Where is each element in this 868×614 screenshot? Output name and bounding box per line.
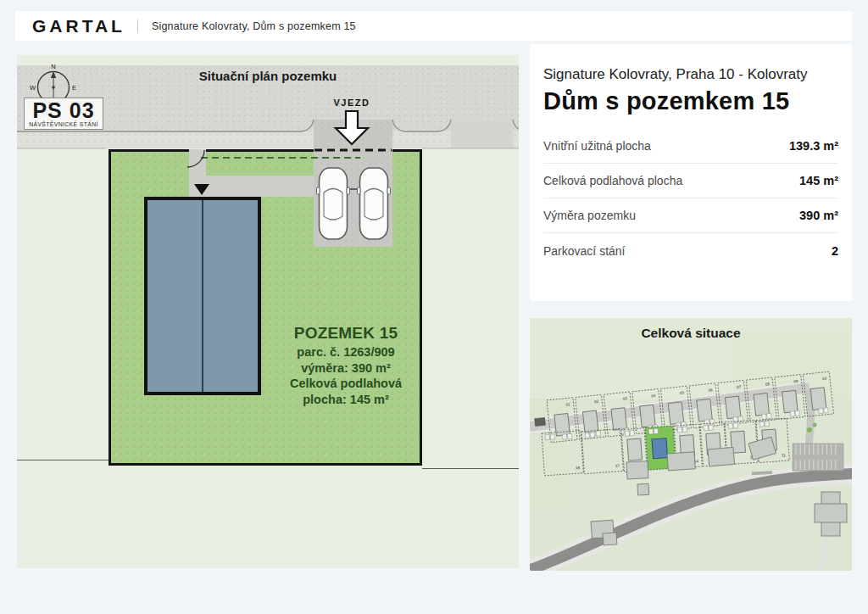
spec-list: Vnitřní užitná plocha139.3 m²Celková pod… bbox=[543, 129, 838, 268]
spec-row: Celková podlahová plocha145 m² bbox=[543, 164, 838, 198]
svg-text:07: 07 bbox=[737, 385, 742, 390]
svg-text:05: 05 bbox=[680, 391, 685, 396]
situation-title: Celková situace bbox=[530, 326, 852, 341]
svg-text:11: 11 bbox=[782, 453, 787, 457]
spec-value: 2 bbox=[832, 244, 838, 258]
site-plan-title: Situační plán pozemku bbox=[17, 69, 519, 83]
parking-pad bbox=[314, 120, 392, 247]
svg-text:04: 04 bbox=[651, 394, 656, 399]
boundary-line-right bbox=[422, 468, 519, 469]
svg-text:02: 02 bbox=[594, 399, 599, 405]
visitor-parking-label: NÁVŠTĚVNICKÉ STÁNÍ bbox=[25, 121, 103, 127]
svg-text:08: 08 bbox=[765, 382, 770, 387]
visitor-parking-code: PS 03 bbox=[25, 99, 103, 121]
spec-label: Parkovací stání bbox=[543, 244, 626, 258]
property-details-card: Signature Kolovraty, Praha 10 - Kolovrat… bbox=[530, 44, 852, 301]
street-sidewalk bbox=[17, 131, 519, 148]
situation-map: 010203040506070809101817161514131211 bbox=[530, 318, 852, 571]
svg-text:18: 18 bbox=[576, 466, 581, 470]
house-divider-line bbox=[202, 200, 203, 392]
svg-text:01: 01 bbox=[565, 402, 570, 407]
site-plan-panel: Situační plán pozemku bbox=[17, 55, 519, 568]
plot-area-text: výměra: 390 m² bbox=[271, 360, 420, 377]
top-header: GARTAL Signature Kolovraty, Dům s pozemk… bbox=[15, 11, 852, 41]
visitor-parking-badge: PS 03 NÁVŠTĚVNICKÉ STÁNÍ bbox=[24, 98, 103, 130]
spec-label: Výměra pozemku bbox=[543, 209, 636, 222]
plot-name: POZEMEK 15 bbox=[271, 323, 420, 344]
plot-floor-text-2: plocha: 145 m² bbox=[271, 392, 420, 408]
overall-situation-card: 010203040506070809101817161514131211 Cel… bbox=[530, 318, 852, 571]
boundary-line-left bbox=[17, 460, 108, 460]
spec-label: Vnitřní užitná plocha bbox=[543, 139, 651, 153]
neighbor-driveway bbox=[451, 120, 513, 148]
plot-info-label: POZEMEK 15 parc. č. 1263/909 výměra: 390… bbox=[271, 323, 420, 408]
svg-text:17: 17 bbox=[615, 464, 620, 468]
spec-label: Celková podlahová plocha bbox=[543, 174, 682, 187]
svg-text:10: 10 bbox=[822, 377, 827, 382]
svg-text:09: 09 bbox=[793, 379, 798, 384]
page-title: Dům s pozemkem 15 bbox=[543, 87, 838, 115]
vjezd-label: VJEZD bbox=[320, 98, 383, 108]
gartal-logo[interactable]: GARTAL bbox=[32, 16, 125, 36]
spec-row: Výměra pozemku390 m² bbox=[543, 198, 838, 233]
project-subtitle: Signature Kolovraty, Praha 10 - Kolovrat… bbox=[543, 66, 838, 83]
spec-row: Vnitřní užitná plocha139.3 m² bbox=[543, 129, 838, 164]
walkway-horizontal bbox=[189, 176, 314, 197]
spec-row: Parkovací stání2 bbox=[543, 233, 838, 268]
spec-value: 390 m² bbox=[799, 209, 838, 222]
spec-value: 139.3 m² bbox=[789, 139, 838, 153]
plot-parcel: parc. č. 1263/909 bbox=[271, 344, 420, 360]
spec-value: 145 m² bbox=[799, 174, 838, 187]
house-footprint bbox=[144, 197, 261, 395]
svg-text:06: 06 bbox=[708, 388, 713, 393]
svg-text:03: 03 bbox=[622, 396, 627, 401]
situ-parking-lot bbox=[793, 444, 843, 471]
breadcrumb: Signature Kolovraty, Dům s pozemkem 15 bbox=[152, 20, 356, 32]
situ-building bbox=[815, 492, 847, 536]
plot-floor-text-1: Celková podlahová bbox=[271, 376, 420, 392]
header-divider bbox=[137, 20, 138, 33]
